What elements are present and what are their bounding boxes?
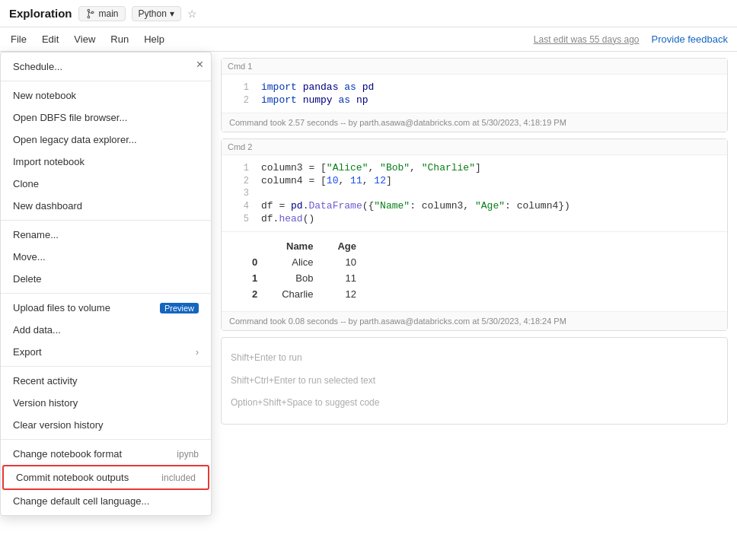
cmd-2-code[interactable]: 1 column3 = ["Alice", "Bob", "Charlie"] …: [222, 155, 727, 231]
table-cell-index-2: 2: [240, 286, 270, 302]
table-row: 2 Charlie 12: [240, 286, 368, 302]
table-header-index: [240, 238, 270, 254]
menu-item-move-label: Move...: [13, 251, 46, 262]
menu-item-new-dashboard[interactable]: New dashboard: [1, 195, 211, 217]
menu-bar: File Edit View Run Help Last edit was 55…: [0, 27, 737, 52]
commit-outputs-suffix: included: [161, 473, 196, 483]
menu-item-open-legacy[interactable]: Open legacy data explorer...: [1, 129, 211, 151]
file-dropdown-menu: × Schedule... New notebook Open DBFS fil…: [0, 52, 212, 516]
divider-1: [1, 81, 211, 81]
menu-item-move[interactable]: Move...: [1, 246, 211, 268]
table-row: 1 Bob 11: [240, 270, 368, 286]
table-cell-name-0: Alice: [270, 254, 325, 270]
code-line-7: 5 df.head(): [222, 212, 727, 225]
cmd-1-footer: Command took 2.57 seconds -- by parth.as…: [222, 113, 727, 132]
menu-item-commit-notebook-outputs-label: Commit notebook outputs: [16, 472, 129, 483]
divider-2: [1, 220, 211, 221]
menu-item-clear-version-history[interactable]: Clear version history: [1, 414, 211, 436]
menu-item-rename[interactable]: Rename...: [1, 224, 211, 246]
divider-5: [1, 439, 211, 440]
title-bar: Exploration main Python ▾ ☆: [0, 0, 737, 27]
cmd-3-hints: Shift+Enter to run Shift+Ctrl+Enter to r…: [222, 338, 727, 424]
cmd-2-label: Cmd 2: [222, 139, 727, 155]
menu-item-new-notebook[interactable]: New notebook: [1, 84, 211, 107]
menu-item-add-data-label: Add data...: [13, 324, 61, 336]
table-cell-age-0: 10: [325, 254, 368, 270]
code-line-4: 2 column4 = [10, 11, 12]: [222, 174, 727, 187]
menu-item-recent-activity[interactable]: Recent activity: [1, 370, 211, 392]
table-cell-name-1: Bob: [270, 270, 325, 286]
menu-item-clear-version-history-label: Clear version history: [13, 419, 104, 431]
language-chevron: ▾: [170, 8, 174, 19]
cmd-block-2: Cmd 2 1 column3 = ["Alice", "Bob", "Char…: [221, 138, 728, 331]
chevron-right-icon: ›: [196, 347, 199, 358]
table-cell-age-1: 11: [325, 270, 368, 286]
menu-item-change-default-cell-language[interactable]: Change default cell language...: [1, 490, 211, 512]
menu-item-schedule[interactable]: Schedule...: [1, 56, 211, 78]
code-line-1: 1 import pandas as pd: [222, 81, 727, 94]
menu-item-new-notebook-label: New notebook: [13, 90, 76, 101]
code-line-2: 2 import numpy as np: [222, 94, 727, 107]
menu-item-upload-files-label: Upload files to volume: [13, 302, 110, 313]
menu-item-delete[interactable]: Delete: [1, 268, 211, 290]
table-cell-age-2: 12: [325, 286, 368, 302]
branch-badge[interactable]: main: [78, 6, 126, 21]
main-layout: × Schedule... New notebook Open DBFS fil…: [0, 52, 737, 560]
menu-edit[interactable]: Edit: [40, 30, 60, 48]
language-label: Python: [139, 8, 167, 19]
hint-1: Shift+Enter to run: [231, 347, 718, 370]
table-cell-index-1: 1: [240, 270, 270, 286]
cmd-2-output: Name Age 0 Alice 10 1 Bob 11: [222, 231, 727, 311]
notebook-area: Cmd 1 1 import pandas as pd 2 import num…: [212, 52, 737, 560]
branch-icon: [85, 8, 96, 19]
code-line-3: 1 column3 = ["Alice", "Bob", "Charlie"]: [222, 161, 727, 174]
language-badge[interactable]: Python ▾: [132, 6, 181, 21]
menu-help[interactable]: Help: [142, 30, 166, 48]
menu-item-version-history[interactable]: Version history: [1, 392, 211, 414]
menu-run[interactable]: Run: [109, 30, 130, 48]
preview-badge: Preview: [160, 303, 199, 313]
menu-item-delete-label: Delete: [13, 273, 42, 285]
cmd-1-label: Cmd 1: [222, 59, 727, 75]
cmd-block-1: Cmd 1 1 import pandas as pd 2 import num…: [221, 58, 728, 132]
menu-item-upload-files[interactable]: Upload files to volume Preview: [1, 297, 211, 319]
menu-item-clone[interactable]: Clone: [1, 173, 211, 195]
divider-4: [1, 366, 211, 367]
menu-item-version-history-label: Version history: [13, 397, 78, 409]
menu-item-open-dbfs-label: Open DBFS file browser...: [13, 112, 127, 123]
menu-item-import-notebook-label: Import notebook: [13, 156, 85, 167]
menu-file[interactable]: File: [9, 30, 28, 48]
menu-item-change-notebook-format[interactable]: Change notebook format ipynb: [1, 443, 211, 465]
menu-item-change-default-cell-language-label: Change default cell language...: [13, 495, 149, 507]
last-edit-label: Last edit was 55 days ago: [534, 34, 640, 45]
table-row: 0 Alice 10: [240, 254, 368, 270]
table-cell-index-0: 0: [240, 254, 270, 270]
code-line-6: 4 df = pd.DataFrame({"Name": column3, "A…: [222, 199, 727, 212]
table-cell-name-2: Charlie: [270, 286, 325, 302]
svg-point-0: [88, 9, 90, 11]
cmd-block-3[interactable]: Shift+Enter to run Shift+Ctrl+Enter to r…: [221, 337, 728, 425]
menu-item-commit-notebook-outputs[interactable]: Commit notebook outputs included: [2, 465, 209, 490]
menu-item-clone-label: Clone: [13, 178, 39, 189]
table-header-name: Name: [270, 238, 325, 254]
menu-item-recent-activity-label: Recent activity: [13, 375, 78, 387]
hint-3: Option+Shift+Space to suggest code: [231, 392, 718, 415]
cmd-2-footer: Command took 0.08 seconds -- by parth.as…: [222, 311, 727, 330]
menu-item-export[interactable]: Export ›: [1, 341, 211, 363]
code-line-5: 3: [222, 187, 727, 199]
provide-feedback-link[interactable]: Provide feedback: [652, 33, 728, 45]
menu-view[interactable]: View: [72, 30, 97, 48]
menu-item-open-legacy-label: Open legacy data explorer...: [13, 134, 137, 145]
branch-label: main: [99, 8, 119, 19]
notebook-format-suffix: ipynb: [177, 449, 199, 460]
menu-item-rename-label: Rename...: [13, 229, 59, 240]
svg-point-1: [88, 16, 90, 18]
output-table: Name Age 0 Alice 10 1 Bob 11: [240, 238, 368, 302]
menu-item-add-data[interactable]: Add data...: [1, 319, 211, 341]
menu-item-export-label: Export: [13, 346, 42, 358]
menu-item-import-notebook[interactable]: Import notebook: [1, 151, 211, 173]
cmd-1-code[interactable]: 1 import pandas as pd 2 import numpy as …: [222, 75, 727, 113]
star-icon[interactable]: ☆: [187, 8, 197, 20]
table-header-age: Age: [325, 238, 368, 254]
menu-item-open-dbfs[interactable]: Open DBFS file browser...: [1, 107, 211, 129]
